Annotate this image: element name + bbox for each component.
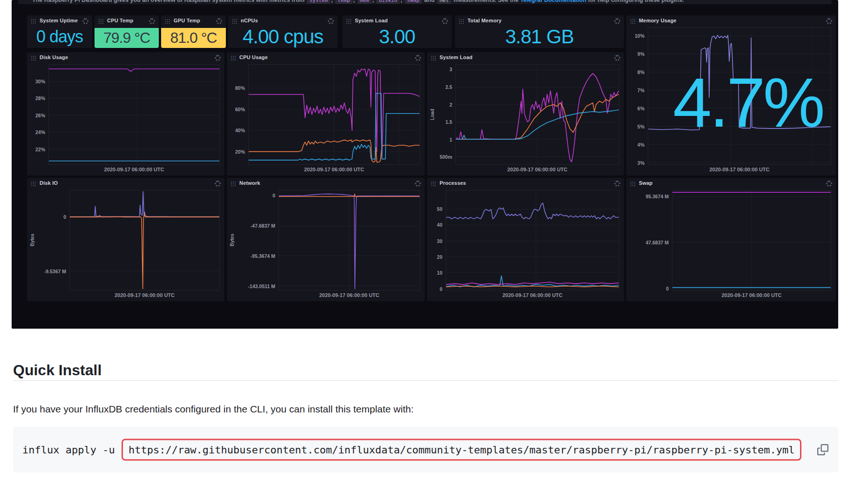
panel-title: Swap (639, 181, 823, 186)
dashboard-screenshot: The Raspberry Pi Dashboard gives you an … (12, 0, 838, 329)
panel-cpu-temp: CPU Temp 79.9 °C (95, 15, 159, 48)
gear-icon (415, 55, 421, 61)
gear-icon (328, 18, 334, 24)
panel-swap: Swap 95.3674 M47.6837 M0 2020-09-17 06:0… (626, 178, 836, 301)
copy-icon (817, 444, 828, 455)
drag-handle-icon (630, 19, 636, 24)
intro-line: The Raspberry Pi Dashboard gives you an … (18, 0, 832, 4)
y-axis-label: Load (430, 109, 436, 120)
chart-plot (248, 64, 420, 165)
x-axis-label: 2020-09-17 06:00:00 UTC (672, 290, 831, 298)
gear-icon (415, 181, 421, 187)
stat-value: 0 days (27, 27, 92, 47)
panel-ncpus: nCPUs 4.00 cpus (228, 15, 338, 48)
install-paragraph: If you have your InfluxDB credentials co… (13, 404, 414, 415)
drag-handle-icon (231, 55, 236, 61)
x-axis-label: 2020-09-17 06:00:00 UTC (48, 165, 220, 173)
panel-title: nCPUs (241, 18, 325, 24)
panel-title: CPU Usage (239, 55, 412, 61)
panel-title: System Load (440, 55, 611, 61)
stat-value: 81.0 °C (161, 28, 226, 48)
drag-handle-icon (459, 19, 464, 24)
panel-title: System Load (355, 18, 439, 24)
x-axis-label: 2020-09-17 06:00:00 UTC (648, 165, 831, 173)
gear-icon (826, 181, 832, 187)
drag-handle-icon (630, 181, 636, 186)
panel-total-memory: Total Memory 3.81 GB (455, 15, 624, 48)
panel-title: CPU Temp (107, 18, 146, 24)
panel-system-load-stat: System Load 3.00 (342, 15, 452, 48)
chart-plot (455, 64, 619, 165)
panel-network: Network Bytes 0-47.6837 M-95.3674 M-143.… (227, 178, 425, 301)
gear-icon (215, 55, 221, 61)
stat-value: 79.9 °C (95, 28, 159, 48)
panel-title: GPU Temp (174, 18, 213, 24)
y-axis-ticks: 80%60%40%20% (230, 64, 248, 165)
panel-title: Total Memory (468, 18, 611, 24)
code-block: influx apply -u https://raw.githubuserco… (13, 427, 838, 472)
panel-title: Processes (440, 181, 611, 186)
y-axis-ticks: 10%9%8%7%6%5%4%3% (629, 27, 648, 165)
gear-icon (216, 18, 222, 24)
panel-memory-usage: Memory Usage 10%9%8%7%6%5%4%3% 2020-09-1… (626, 15, 836, 176)
x-axis-label: 2020-09-17 06:00:00 UTC (69, 290, 220, 298)
gear-icon (826, 18, 832, 24)
panel-title: Network (239, 181, 412, 186)
panel-title: System Uptime (40, 18, 79, 24)
gear-icon (82, 18, 88, 24)
x-axis-label: 2020-09-17 06:00:00 UTC (455, 165, 619, 173)
drag-handle-icon (31, 181, 36, 186)
section-divider (13, 380, 838, 381)
y-axis-ticks: 95.3674 M47.6837 M0 (629, 190, 672, 290)
x-axis-label: 2020-09-17 06:00:00 UTC (446, 290, 619, 298)
gear-icon (614, 55, 620, 61)
drag-handle-icon (165, 19, 170, 24)
drag-handle-icon (232, 19, 237, 24)
intro-text-clipped: The Raspberry Pi Dashboard gives you an … (18, 0, 832, 4)
stat-value: 3.00 (342, 27, 452, 47)
chart-plot (48, 64, 220, 165)
y-axis-label: Bytes (30, 234, 36, 246)
x-axis-label: 2020-09-17 06:00:00 UTC (278, 290, 420, 298)
drag-handle-icon (98, 19, 104, 24)
y-axis-ticks: 30%28%26%24%22% (30, 64, 48, 165)
drag-handle-icon (346, 19, 352, 24)
stat-value: 4.00 cpus (228, 27, 338, 47)
gear-icon (149, 18, 155, 24)
chart-plot (278, 190, 420, 290)
code-prefix: influx apply -u (22, 444, 121, 456)
panel-disk-usage: Disk Usage 30%28%26%24%22% 2020-09-17 06… (27, 52, 224, 176)
panel-system-load-chart: System Load Load 32.521.51500m 2020-09-1… (427, 52, 624, 176)
code-url: https://raw.githubusercontent.com/influx… (129, 444, 794, 456)
drag-handle-icon (431, 55, 436, 61)
x-axis-label: 2020-09-17 06:00:00 UTC (248, 165, 420, 173)
gear-icon (614, 181, 620, 187)
code-url-annotation: https://raw.githubusercontent.com/influx… (122, 439, 801, 461)
gear-icon (614, 18, 620, 24)
y-axis-ticks: 0-47.6837 M-95.3674 M-143.0511 M (236, 190, 278, 290)
y-axis-ticks: 50403020100 (430, 190, 446, 290)
gear-icon (442, 18, 448, 24)
code-line: influx apply -u https://raw.githubuserco… (22, 439, 801, 461)
panel-system-uptime: System Uptime 0 days (27, 15, 92, 48)
y-axis-label: Bytes (230, 234, 236, 246)
panel-disk-io: Disk IO Bytes 0-9.5367 M 2020-09-17 06:0… (27, 178, 224, 301)
drag-handle-icon (31, 55, 36, 61)
section-heading: Quick Install (13, 362, 102, 379)
readme-page: The Raspberry Pi Dashboard gives you an … (0, 0, 868, 486)
panel-cpu-usage: CPU Usage 80%60%40%20% 2020-09-17 06:00:… (227, 52, 425, 176)
y-axis-ticks: 0-9.5367 M (36, 190, 69, 290)
gear-icon (215, 181, 221, 187)
stat-value: 3.81 GB (455, 27, 624, 47)
drag-handle-icon (431, 181, 436, 186)
panel-gpu-temp: GPU Temp 81.0 °C (161, 15, 226, 48)
panel-title: Disk Usage (40, 55, 211, 61)
panel-title: Memory Usage (639, 18, 823, 24)
chart-plot (446, 190, 619, 290)
copy-button[interactable] (816, 443, 830, 457)
chart-plot (648, 27, 831, 165)
panel-processes: Processes 50403020100 2020-09-17 06:00:0… (427, 178, 624, 301)
chart-plot (672, 190, 831, 290)
y-axis-ticks: 32.521.51500m (436, 64, 455, 165)
chart-plot (69, 190, 220, 290)
